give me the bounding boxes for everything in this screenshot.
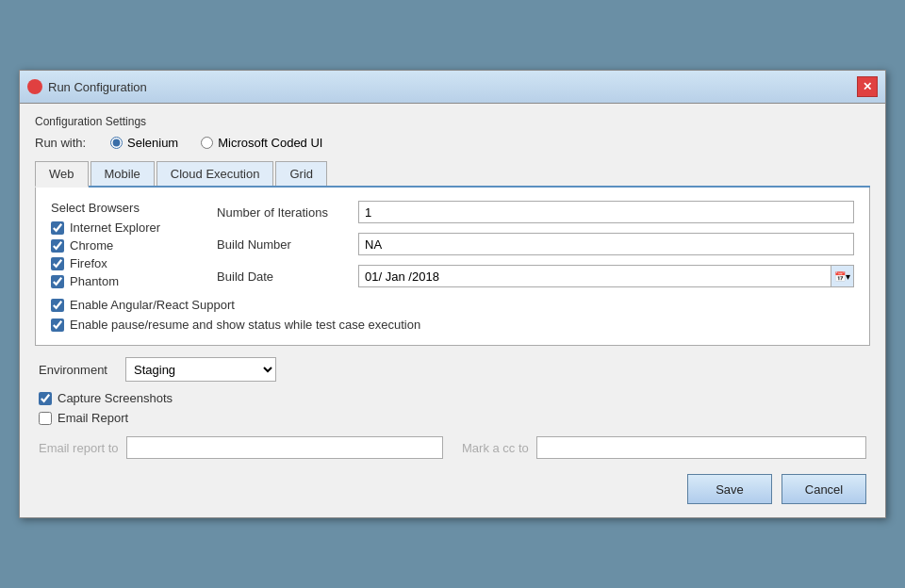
browser-phantom[interactable]: Phantom: [51, 274, 160, 288]
email-row: Email report to Mark a cc to: [39, 436, 866, 459]
save-button[interactable]: Save: [687, 474, 772, 504]
browser-ie-checkbox[interactable]: [51, 221, 64, 235]
email-report-to-label: Email report to: [39, 441, 119, 455]
email-report-to-group: Email report to: [39, 436, 443, 459]
title-bar-left: Run Configuration: [27, 79, 147, 94]
title-bar: Run Configuration ✕: [20, 71, 885, 104]
selenium-label: Selenium: [127, 136, 178, 150]
email-report-to-input[interactable]: [126, 436, 443, 459]
build-date-wrap: 📅▾: [358, 265, 854, 287]
browsers-section: Select Browsers Internet Explorer Chrome: [51, 201, 160, 288]
date-picker-button[interactable]: 📅▾: [831, 266, 853, 286]
iterations-row: Number of Iterations: [217, 201, 854, 223]
codedui-radio[interactable]: [201, 137, 213, 149]
browser-chrome[interactable]: Chrome: [51, 238, 160, 253]
cancel-button[interactable]: Cancel: [782, 474, 866, 504]
dialog-title: Run Configuration: [48, 80, 147, 94]
right-fields-col: Number of Iterations Build Number Build …: [217, 201, 854, 288]
capture-screenshots-label: Capture Screenshots: [58, 391, 173, 405]
build-date-row: Build Date 📅▾: [217, 265, 854, 287]
tabs-row: Web Mobile Cloud Execution Grid: [35, 161, 870, 188]
email-report-label: Email Report: [58, 411, 128, 425]
environment-row: Environment Staging Production QA Develo…: [39, 357, 866, 382]
selenium-option[interactable]: Selenium: [110, 136, 178, 150]
dialog-body: Configuration Settings Run with: Seleniu…: [20, 104, 885, 517]
codedui-label: Microsoft Coded UI: [218, 136, 322, 150]
browser-firefox[interactable]: Firefox: [51, 256, 160, 270]
angular-react-support[interactable]: Enable Angular/React Support: [51, 298, 854, 312]
pause-resume-checkbox[interactable]: [51, 318, 64, 332]
calendar-icon: 📅▾: [834, 271, 850, 282]
run-with-label: Run with:: [35, 136, 91, 150]
browsers-label: Select Browsers: [51, 201, 160, 215]
build-number-row: Build Number: [217, 233, 854, 255]
environment-select[interactable]: Staging Production QA Development: [125, 357, 276, 382]
browsers-list: Internet Explorer Chrome Firefox Ph: [51, 220, 160, 288]
codedui-option[interactable]: Microsoft Coded UI: [201, 136, 322, 150]
browser-phantom-label: Phantom: [70, 274, 119, 288]
browsers-row: Select Browsers Internet Explorer Chrome: [51, 201, 854, 288]
mark-cc-to-group: Mark a cc to: [462, 436, 866, 459]
mark-cc-to-label: Mark a cc to: [462, 441, 529, 455]
build-date-label: Build Date: [217, 270, 349, 284]
angular-react-label: Enable Angular/React Support: [70, 298, 235, 312]
close-button[interactable]: ✕: [857, 76, 878, 97]
mark-cc-to-input[interactable]: [536, 436, 866, 459]
bottom-checkboxes: Capture Screenshots Email Report: [39, 391, 866, 425]
tab-mobile[interactable]: Mobile: [90, 161, 155, 186]
tab-web[interactable]: Web: [35, 161, 89, 188]
email-report[interactable]: Email Report: [39, 411, 866, 425]
config-settings-label: Configuration Settings: [35, 115, 870, 128]
browser-firefox-label: Firefox: [70, 256, 107, 270]
environment-label: Environment: [39, 363, 114, 377]
build-number-label: Build Number: [217, 237, 349, 252]
browser-firefox-checkbox[interactable]: [51, 257, 64, 270]
iterations-input[interactable]: [358, 201, 854, 223]
capture-screenshots[interactable]: Capture Screenshots: [39, 391, 866, 405]
pause-resume-label: Enable pause/resume and show status whil…: [70, 318, 420, 332]
browser-phantom-checkbox[interactable]: [51, 275, 64, 288]
bottom-section: Environment Staging Production QA Develo…: [35, 357, 870, 504]
tab-grid[interactable]: Grid: [275, 161, 327, 186]
browser-ie-label: Internet Explorer: [70, 220, 160, 235]
browser-chrome-checkbox[interactable]: [51, 239, 64, 253]
capture-screenshots-checkbox[interactable]: [39, 392, 52, 405]
pause-resume-support[interactable]: Enable pause/resume and show status whil…: [51, 318, 854, 332]
radio-group: Selenium Microsoft Coded UI: [110, 136, 322, 150]
build-number-input[interactable]: [358, 233, 854, 255]
run-with-row: Run with: Selenium Microsoft Coded UI: [35, 136, 870, 150]
iterations-label: Number of Iterations: [217, 205, 349, 220]
dialog: Run Configuration ✕ Configuration Settin…: [19, 70, 886, 518]
buttons-row: Save Cancel: [39, 474, 866, 504]
build-date-input[interactable]: [359, 266, 831, 286]
tab-panel-web: Select Browsers Internet Explorer Chrome: [35, 188, 870, 346]
browser-ie[interactable]: Internet Explorer: [51, 220, 160, 235]
app-icon: [27, 79, 42, 94]
angular-react-checkbox[interactable]: [51, 299, 64, 312]
browser-chrome-label: Chrome: [70, 238, 113, 253]
email-report-checkbox[interactable]: [39, 412, 52, 425]
extra-checkboxes: Enable Angular/React Support Enable paus…: [51, 298, 854, 332]
tab-cloud-execution[interactable]: Cloud Execution: [156, 161, 274, 186]
selenium-radio[interactable]: [110, 137, 123, 149]
